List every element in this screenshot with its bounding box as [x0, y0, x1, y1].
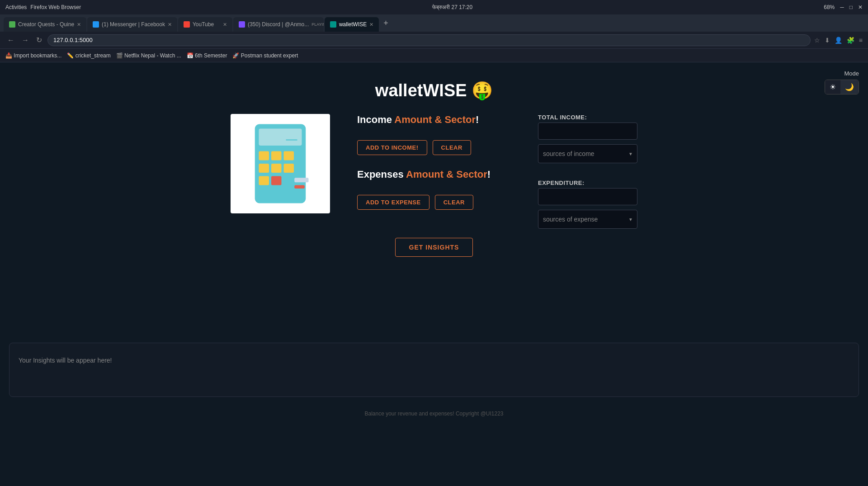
expense-title-highlight: Amount & Sector	[406, 169, 487, 180]
bookmark-import-label: 📥 Import bookmarks...	[5, 52, 61, 59]
mode-label: Mode	[844, 70, 859, 77]
insights-placeholder-text: Your Insights will be appear here!	[19, 357, 849, 364]
addressbar: ← → ↻ ☆ ⬇ 👤 🧩 ≡	[0, 32, 868, 49]
address-bar-input[interactable]	[47, 34, 811, 46]
tab-label-messenger: (1) Messenger | Facebook	[102, 21, 165, 28]
back-button[interactable]: ←	[5, 34, 16, 46]
svg-rect-11	[294, 178, 308, 182]
window-close[interactable]: ✕	[858, 4, 863, 10]
total-income-input[interactable]	[538, 123, 637, 140]
titlebar-left: Activities Firefox Web Browser	[5, 4, 81, 10]
income-title-highlight: Amount & Sector	[394, 114, 476, 125]
footer: Balance your revenue and expenses! Copyr…	[0, 406, 868, 421]
svg-rect-1	[259, 129, 302, 146]
tab-close-messenger[interactable]: ✕	[168, 22, 172, 28]
main-content: walletWISE 🤑	[0, 62, 868, 334]
datetime-label: फेब्रुअरी 27 17:20	[432, 4, 472, 10]
titlebar: Activities Firefox Web Browser फेब्रुअरी…	[0, 0, 868, 14]
tab-youtube[interactable]: YouTube ✕	[178, 17, 232, 32]
tab-label-creator: Creator Quests - Quine	[18, 21, 74, 28]
browser-name-label: Firefox Web Browser	[30, 4, 81, 10]
dark-mode-button[interactable]: 🌙	[840, 80, 859, 94]
mode-toggle-buttons: ☀ 🌙	[825, 80, 859, 94]
right-panel: TOTAL INCOME: sources of income Salary F…	[538, 114, 637, 229]
svg-rect-8	[284, 164, 294, 173]
mode-toggle-container: Mode ☀ 🌙	[825, 70, 859, 94]
tab-walletwise[interactable]: walletWISE ✕	[325, 17, 379, 32]
calculator-illustration	[231, 114, 330, 213]
tab-close-creator[interactable]: ✕	[77, 22, 81, 28]
tab-close-walletwise[interactable]: ✕	[369, 22, 373, 28]
calculator-svg	[244, 118, 316, 209]
window-maximize[interactable]: □	[849, 4, 853, 10]
bookmark-semester[interactable]: 📅 6th Semester	[187, 52, 227, 59]
expenditure-input[interactable]	[538, 188, 637, 205]
tab-discord[interactable]: (350) Discord | @Anmo... PLAYING ✕	[233, 17, 324, 32]
income-clear-button[interactable]: CLEAR	[433, 140, 471, 155]
income-section-title: Income Amount & Sector!	[357, 114, 511, 126]
add-to-expense-button[interactable]: ADD TO EXPENSE	[357, 195, 429, 210]
svg-rect-10	[271, 176, 282, 185]
star-icon[interactable]: ☆	[814, 37, 820, 44]
add-to-income-button[interactable]: ADD TO INCOME!	[357, 140, 427, 155]
expense-buttons-row: ADD TO EXPENSE CLEAR	[357, 195, 511, 210]
svg-rect-3	[259, 151, 269, 160]
tab-favicon-youtube	[184, 21, 190, 28]
bookmark-cricket[interactable]: ✏️ cricket_stream	[67, 52, 110, 59]
svg-rect-12	[294, 185, 305, 189]
tab-messenger[interactable]: (1) Messenger | Facebook ✕	[87, 17, 177, 32]
browser-chrome: Activities Firefox Web Browser फेब्रुअरी…	[0, 0, 868, 62]
window-minimize[interactable]: ─	[840, 4, 844, 10]
footer-text: Balance your revenue and expenses! Copyr…	[364, 411, 503, 417]
expenditure-label: EXPENDITURE:	[538, 179, 637, 186]
profile-icon[interactable]: 👤	[835, 37, 842, 44]
tab-label-youtube: YouTube	[193, 21, 214, 28]
expense-form-block: Expenses Amount & Sector! ADD TO EXPENSE…	[357, 169, 511, 210]
tab-creator-quests[interactable]: Creator Quests - Quine ✕	[4, 17, 86, 32]
extensions-icon[interactable]: 🧩	[847, 37, 854, 44]
income-title-end: !	[476, 114, 479, 125]
app-title-text: walletWISE	[375, 81, 467, 100]
get-insights-button[interactable]: GET INSIGHTS	[395, 238, 473, 257]
tab-label-discord: (350) Discord | @Anmo...	[248, 21, 309, 28]
income-source-select[interactable]: sources of income Salary Freelance Inves…	[538, 144, 637, 163]
income-buttons-row: ADD TO INCOME! CLEAR	[357, 140, 511, 155]
svg-rect-4	[271, 151, 282, 160]
expense-section-title: Expenses Amount & Sector!	[357, 169, 511, 180]
forward-button[interactable]: →	[20, 34, 31, 46]
activities-label[interactable]: Activities	[5, 4, 27, 10]
tab-playing-badge: PLAYING	[311, 22, 324, 27]
bookmark-postman-label: 🚀 Postman student expert	[232, 52, 298, 59]
expense-title-start: Expenses	[357, 169, 406, 180]
income-form-block: Income Amount & Sector! ADD TO INCOME! C…	[357, 114, 511, 155]
expense-title-end: !	[487, 169, 491, 180]
insights-panel: Your Insights will be appear here!	[9, 343, 859, 397]
light-mode-button[interactable]: ☀	[825, 80, 840, 94]
bookmark-postman[interactable]: 🚀 Postman student expert	[232, 52, 298, 59]
new-tab-button[interactable]: +	[380, 19, 392, 28]
menu-icon[interactable]: ≡	[859, 37, 863, 44]
bookmarks-bar: 📥 Import bookmarks... ✏️ cricket_stream …	[0, 49, 868, 62]
expense-source-select[interactable]: sources of expense Food Transport Rent O…	[538, 210, 637, 229]
reload-button[interactable]: ↻	[34, 34, 44, 46]
titlebar-right: 68% ─ □ ✕	[824, 4, 863, 10]
income-source-wrapper: sources of income Salary Freelance Inves…	[538, 144, 637, 163]
addressbar-icons: ☆ ⬇ 👤 🧩 ≡	[814, 37, 863, 44]
middle-column: Income Amount & Sector! ADD TO INCOME! C…	[357, 114, 511, 210]
total-income-label: TOTAL INCOME:	[538, 114, 637, 121]
bookmark-netflix[interactable]: 🎬 Netflix Nepal - Watch ...	[116, 52, 181, 59]
app-title-emoji: 🤑	[472, 81, 493, 100]
tab-close-youtube[interactable]: ✕	[223, 22, 227, 28]
form-area: Income Amount & Sector! ADD TO INCOME! C…	[231, 114, 637, 229]
expense-source-wrapper: sources of expense Food Transport Rent O…	[538, 210, 637, 229]
expense-clear-button[interactable]: CLEAR	[435, 195, 473, 210]
tab-favicon-discord	[239, 21, 245, 28]
total-income-group: TOTAL INCOME:	[538, 114, 637, 140]
bookmark-netflix-label: 🎬 Netflix Nepal - Watch ...	[116, 52, 181, 59]
spacer	[538, 168, 637, 175]
bookmark-import[interactable]: 📥 Import bookmarks...	[5, 52, 61, 59]
svg-rect-9	[259, 176, 269, 185]
tab-label-walletwise: walletWISE	[339, 21, 367, 28]
download-icon[interactable]: ⬇	[825, 37, 830, 44]
bookmark-cricket-label: ✏️ cricket_stream	[67, 52, 110, 59]
